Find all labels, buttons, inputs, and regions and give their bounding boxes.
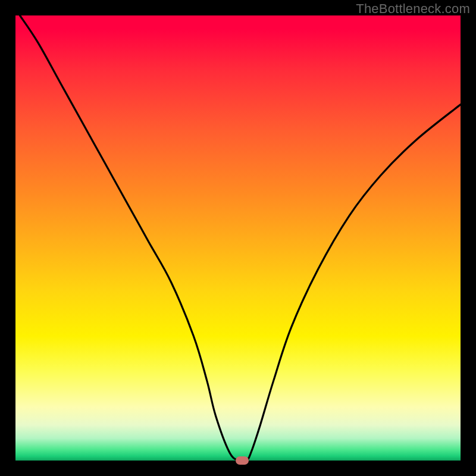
curve-layer [15,15,461,461]
bottleneck-curve-path [20,15,461,461]
chart-frame: TheBottleneck.com [0,0,476,476]
optimum-marker [236,456,249,465]
watermark-label: TheBottleneck.com [356,1,470,17]
plot-area [15,15,461,461]
